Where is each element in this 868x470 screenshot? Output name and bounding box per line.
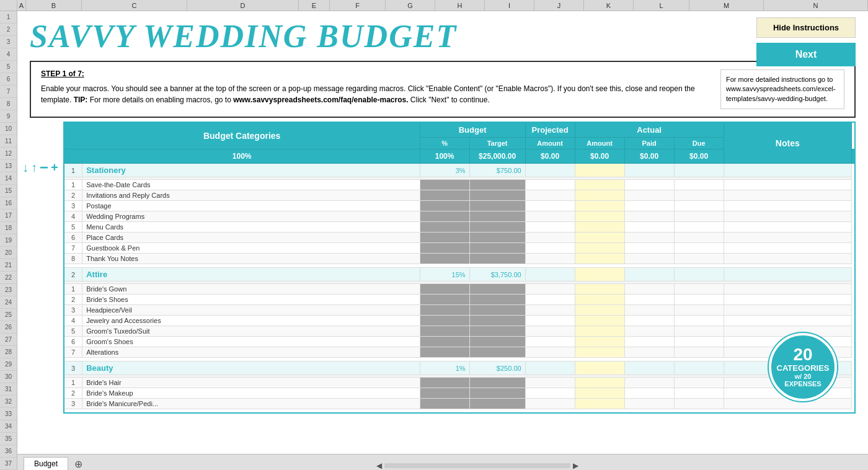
- item-projected: [525, 388, 575, 399]
- main-area: SAVVY WEDDING BUDGET Hide Instructions N…: [17, 11, 868, 470]
- category-row: 3 Beauty 1% $250.00: [64, 361, 855, 375]
- item-num: 2: [64, 190, 82, 201]
- category-paid: [624, 164, 674, 177]
- item-projected: [525, 243, 575, 254]
- item-projected: [525, 347, 575, 358]
- table-row: 3 Bride's Manicure/Pedi...: [64, 399, 855, 409]
- item-name: Menu Cards: [82, 222, 420, 233]
- item-name: Invitations and Reply Cards: [82, 190, 420, 201]
- item-due: [674, 388, 724, 399]
- category-projected: [525, 268, 575, 282]
- item-projected: [525, 233, 575, 243]
- row-controls: ↓ ↑ − +: [17, 159, 63, 176]
- horizontal-scrollbar[interactable]: [384, 463, 570, 468]
- item-num: 1: [64, 378, 82, 388]
- item-due: [674, 337, 724, 347]
- item-target: [469, 180, 525, 190]
- item-actual: [575, 295, 624, 305]
- hide-instructions-button[interactable]: Hide Instructions: [756, 17, 856, 38]
- item-num: 3: [64, 201, 82, 211]
- item-name: Groom's Shoes: [82, 337, 420, 347]
- item-due: [674, 254, 724, 264]
- item-paid: [624, 316, 674, 326]
- remove-button[interactable]: −: [40, 159, 48, 176]
- item-projected: [525, 305, 575, 316]
- item-paid: [624, 284, 674, 295]
- item-name: Bride's Manicure/Pedi...: [82, 399, 420, 409]
- item-actual: [575, 399, 624, 409]
- table-row: 5 Menu Cards: [64, 222, 855, 233]
- item-projected: [525, 254, 575, 264]
- item-projected: [525, 190, 575, 201]
- item-paid: [624, 337, 674, 347]
- item-actual: [575, 233, 624, 243]
- tip-label: TIP:: [74, 95, 88, 104]
- pct-subheader: %: [420, 138, 469, 149]
- scroll-right-icon[interactable]: ▶: [573, 461, 578, 470]
- add-tab-button[interactable]: ⊕: [71, 458, 86, 470]
- instructions-box: STEP 1 of 7: Enable your macros. You sho…: [30, 61, 856, 118]
- instructions-text: Enable your macros. You should see a ban…: [41, 83, 708, 105]
- category-name: Stationery: [82, 164, 420, 177]
- category-target: $250.00: [469, 361, 525, 375]
- title-buttons: Hide Instructions Next: [756, 17, 856, 66]
- item-name: Bride's Hair: [82, 378, 420, 388]
- item-target: [469, 233, 525, 243]
- item-actual: [575, 337, 624, 347]
- item-target: [469, 316, 525, 326]
- item-actual: [575, 180, 624, 190]
- budget-header: Budget: [420, 122, 525, 138]
- item-target: [469, 222, 525, 233]
- instructions-body: Enable your macros. You should see a ban…: [41, 84, 695, 104]
- category-due: [674, 164, 724, 177]
- move-down-button[interactable]: ↓: [22, 161, 29, 175]
- item-num: 3: [64, 399, 82, 409]
- item-num: 5: [64, 222, 82, 233]
- add-button[interactable]: +: [51, 161, 58, 175]
- item-pct: [420, 399, 469, 409]
- item-pct: [420, 201, 469, 211]
- category-row: 2 Attire 15% $3,750.00: [64, 268, 855, 282]
- col-header-h: H: [435, 0, 485, 11]
- projected-amount-subheader: Amount: [525, 138, 575, 149]
- col-header-b: B: [26, 0, 82, 11]
- tab-bar: Budget ⊕ ◀ ▶: [17, 454, 868, 470]
- category-due: [674, 268, 724, 282]
- total-pct: 100%: [420, 149, 469, 164]
- item-notes: [724, 243, 851, 254]
- next-button[interactable]: Next: [756, 43, 856, 66]
- item-notes: [724, 326, 851, 337]
- scroll-left-icon[interactable]: ◀: [376, 461, 382, 470]
- category-name: Attire: [82, 268, 420, 282]
- item-name: Bride's Shoes: [82, 295, 420, 305]
- item-target: [469, 243, 525, 254]
- total-amount: $0.00: [525, 149, 575, 164]
- item-target: [469, 305, 525, 316]
- budget-tab[interactable]: Budget: [24, 457, 68, 470]
- item-target: [469, 190, 525, 201]
- paid-subheader: Paid: [624, 138, 674, 149]
- item-num: 2: [64, 295, 82, 305]
- col-header-k: K: [584, 0, 634, 11]
- item-actual: [575, 211, 624, 222]
- category-actual: [575, 164, 624, 177]
- sheet-body: 1 2 3 4 5 6 7 8 9 10 11 12 13 14 15 16 1…: [0, 11, 868, 470]
- table-row: 6 Groom's Shoes: [64, 337, 855, 347]
- item-target: [469, 337, 525, 347]
- category-notes: [724, 268, 851, 282]
- item-pct: [420, 233, 469, 243]
- item-due: [674, 326, 724, 337]
- item-actual: [575, 201, 624, 211]
- item-paid: [624, 190, 674, 201]
- category-pct: 3%: [420, 164, 469, 177]
- item-due: [674, 295, 724, 305]
- move-up-button[interactable]: ↑: [31, 161, 37, 175]
- item-name: Save-the-Date Cards: [82, 180, 420, 190]
- item-pct: [420, 222, 469, 233]
- item-projected: [525, 316, 575, 326]
- total-notes: [851, 149, 855, 164]
- actual-header: Actual: [575, 122, 724, 138]
- item-notes: [724, 305, 851, 316]
- projected-header: Projected: [525, 122, 575, 138]
- badge-expenses: EXPENSES: [784, 380, 821, 388]
